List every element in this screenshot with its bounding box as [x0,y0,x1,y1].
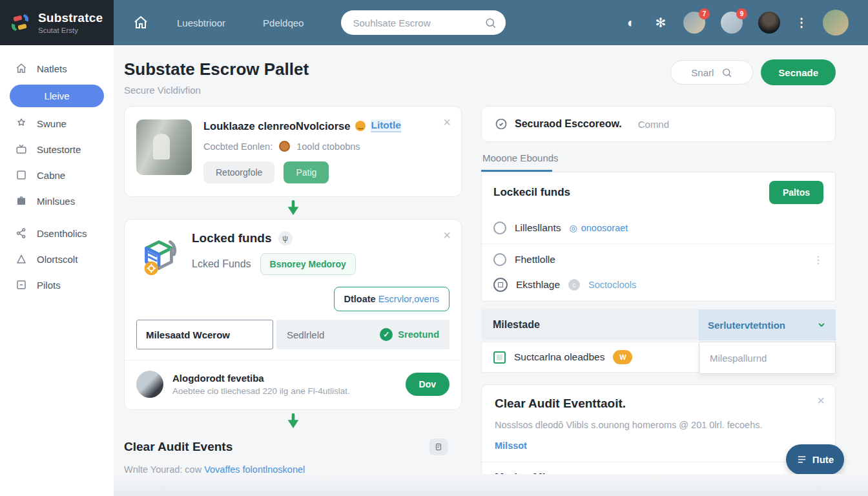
sidebar-item-label: Swune [37,118,67,129]
nute-floating-button[interactable]: Пute [786,444,844,475]
sidebar-item-label: Natlets [37,63,67,74]
dtloate-escrow-button[interactable]: Dtloate Escrvlor,ovens [334,287,450,311]
tab-bar: Mooone Ebounds [481,152,836,172]
sidebar-item-swune[interactable]: Swune [0,110,114,136]
document-icon-button[interactable] [429,439,448,455]
tv-icon [16,143,27,155]
page-title: Substate Escrow Pallet [124,59,309,79]
sidebar-item-cabne[interactable]: Cabne [0,162,114,188]
coin-icon [279,141,290,152]
overflow-menu-icon[interactable]: ⋮ [796,16,807,30]
document-icon [434,442,443,451]
clear-audit-event-card: × Clear Audit Eventtaoit. Nosslsos dleod… [481,384,836,486]
list-icon [796,454,807,465]
meta-label: Cocbted Eonlen: [203,141,273,152]
top-nav: Luesbtrioor Pdeldqeo ◐ ✻ 7 9 ⋮ [114,0,868,45]
person-row: Alogdorodt fevetiba Aoebtee cio tlieches… [136,360,450,398]
nav-link-2[interactable]: Pdeldqeo [263,17,304,28]
snarl-label: Snarl [691,67,714,78]
bsnorey-medoroy-button[interactable]: Bsnorey Medoroy [260,253,356,275]
global-search[interactable] [341,10,506,35]
milestone-section: Milestade Serlutervtetntion Suctcarlna o… [481,309,836,373]
onoosoraet-link[interactable]: ◎ onoosoraet [570,223,628,233]
page-header: Substate Escrow Pallet Secure Vicldivfio… [124,59,850,96]
main-content: Substate Escrow Pallet Secure Vicldivfio… [114,45,868,496]
funds-panel-title: Lockecil funds [493,186,570,199]
audit-link[interactable]: Vovaffes folontlnoskonel [204,464,305,475]
locked-funds-subtitle: Lcked Funds [192,258,251,270]
audit-card-body: Nosslsos dleodô Vlibls s.ounong homeroms… [495,418,779,433]
button-label-part2: Escrvlor,ovens [378,294,439,304]
sidebar-item-minlsues[interactable]: Minlsues [0,188,114,214]
snarl-search-button[interactable]: Snarl [670,60,753,85]
radio-button[interactable] [493,222,506,234]
close-icon[interactable]: × [817,394,825,407]
milestone-label: Milestade [481,309,552,340]
sidebar-item-dsentholics[interactable]: Dsentholics [0,220,114,246]
item-label: Fhettlolle [515,254,555,265]
flow-arrow-down [124,410,462,432]
dropdown-option[interactable]: Milespallurnd [699,342,836,374]
secured-escrow-card: Securaod Esccoreow. Comnd [481,106,836,142]
sidebar-item-olortscolt[interactable]: Olortscolt [0,246,114,272]
profile-card: × Louklaaze clenreoNvolciorse ‿ Litotle … [124,106,462,197]
sidebar-item-label: Minlsues [37,196,75,207]
sidebar-item-pilots[interactable]: Pilots [0,272,114,298]
brand-block[interactable]: Substratce Scutat Ersty [0,0,114,45]
litotle-link[interactable]: Litotle [371,119,401,132]
chevron-down-icon [816,320,827,330]
sidebar-item-natlets[interactable]: Natlets [0,56,114,81]
home-icon [16,63,27,74]
briefcase-icon [16,195,27,207]
patig-button[interactable]: Patig [284,161,329,183]
locked-funds-card: × [124,219,462,410]
list-item[interactable]: Fhettlolle ⋮ [482,243,835,275]
arrow-down-icon [285,413,301,429]
button-label-part1: Dtloate [344,294,376,304]
avatar-notifications[interactable]: 7 [683,12,705,34]
status-title: Securaod Esccoreow. [515,118,622,130]
milssot-link[interactable]: Milssot [495,440,527,451]
avatar-profile[interactable] [823,10,849,36]
star-icon [16,118,27,129]
brand-name: Substratce [38,11,103,25]
tab-mooone-ebounds[interactable]: Mooone Ebounds [481,152,560,170]
sidebar-item-label: Cabne [37,170,65,181]
row-overflow-icon[interactable]: ⋮ [813,254,823,266]
milestone-dropdown[interactable]: Serlutervtetntion [699,309,836,340]
close-icon[interactable]: × [443,229,451,242]
paltos-button[interactable]: Paltos [769,181,823,204]
app-window: Substratce Scutat Ersty Luesbtrioor Pdel… [0,0,868,496]
list-item[interactable]: Lillesllants ◎ onoosoraet [482,212,835,243]
theme-toggle-icon[interactable]: ◐ [624,16,638,30]
retoorgfole-button[interactable]: Retoorgfole [203,161,274,183]
search-input[interactable] [353,17,484,28]
clear-audit-section: Clear Audit Events Wnlte Yourad: cow Vov… [124,439,462,475]
page-subtitle: Secure Vicldivfion [124,85,309,96]
avatar-messages[interactable]: 9 [721,12,743,34]
secnade-button[interactable]: Secnade [761,59,836,85]
milestone-input[interactable] [136,320,273,349]
clear-audit-title: Clear Audit Events [124,440,232,454]
soctoclools-link[interactable]: Soctoclools [588,280,636,290]
snowflake-icon[interactable]: ✻ [654,16,668,30]
arrow-down-icon [285,200,301,216]
checkbox[interactable] [493,351,506,364]
list-item[interactable]: Eksthlage c Soctoclools [482,275,835,301]
profile-photo [136,119,192,175]
avatar-secondary[interactable] [758,12,780,34]
item-label: Eksthlage [516,279,560,291]
sidebar-item-sutestorte[interactable]: Sutestorte [0,136,114,162]
close-icon[interactable]: × [443,116,451,129]
radio-button[interactable] [493,253,506,266]
locked-funds-title: Locked funds [192,231,272,245]
sidebar-item-lleive-active[interactable]: Lleive [10,85,104,107]
sedlrleld-field[interactable]: Sedlrleld ✓ Sreotund [276,320,450,349]
meta-value: 1oold ctobobns [296,141,360,152]
home-icon[interactable] [133,15,149,30]
audit-card-footer-title: Motlos Mleratros [495,462,822,486]
top-right-actions: ◐ ✻ 7 9 ⋮ [624,10,849,36]
dov-button[interactable]: Dov [406,373,450,396]
square-icon [16,169,27,181]
nav-link-1[interactable]: Luesbtrioor [177,17,225,28]
